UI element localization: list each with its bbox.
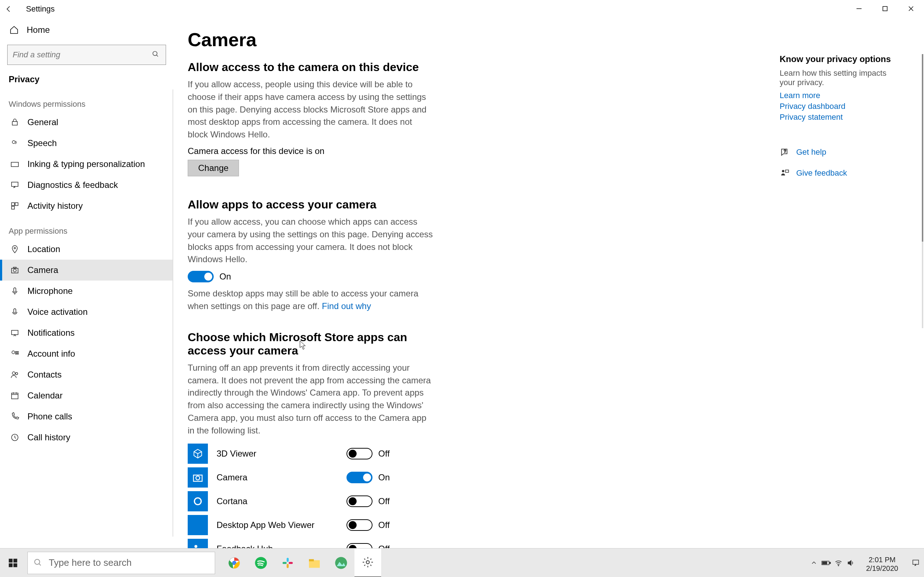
apps-access-toggle[interactable] [188, 271, 214, 282]
svg-rect-54 [309, 559, 314, 561]
speech-icon [10, 138, 20, 148]
svg-rect-24 [16, 351, 18, 352]
app-toggle-desktopweb[interactable] [347, 519, 373, 531]
taskbar-photos[interactable] [328, 548, 354, 577]
nav-microphone[interactable]: Microphone [0, 280, 173, 301]
right-sidebar: Know your privacy options Learn how this… [780, 54, 909, 178]
link-privacy-dashboard[interactable]: Privacy dashboard [780, 102, 909, 111]
tray-battery[interactable] [820, 548, 832, 577]
nav-camera[interactable]: Camera [0, 259, 173, 280]
taskbar-chrome[interactable] [221, 548, 247, 577]
svg-point-44 [35, 559, 40, 564]
account-icon [10, 348, 20, 359]
nav-scroll[interactable]: Windows permissions General Speech Inkin… [0, 89, 173, 537]
phone-icon [10, 411, 20, 422]
search-icon [152, 50, 161, 59]
svg-rect-39 [785, 170, 789, 172]
nav-label: Location [27, 244, 60, 254]
maximize-button[interactable] [872, 0, 898, 17]
taskbar-spotify[interactable] [247, 548, 274, 577]
app-name: Desktop App Web Viewer [216, 520, 347, 530]
svg-text:?: ? [784, 149, 786, 153]
get-help-link[interactable]: Get help [796, 148, 826, 157]
app-toggle-state: Off [378, 496, 390, 506]
give-feedback-row[interactable]: Give feedback [780, 168, 909, 178]
app-row-desktopweb: Desktop App Web Viewer Off [188, 514, 909, 536]
taskbar-explorer[interactable] [301, 548, 328, 577]
nav-inking[interactable]: Inking & typing personalization [0, 154, 173, 174]
svg-point-17 [13, 269, 16, 272]
nav-general[interactable]: General [0, 112, 173, 133]
link-learn-more[interactable]: Learn more [780, 91, 909, 100]
change-button[interactable]: Change [188, 160, 239, 176]
svg-rect-42 [9, 563, 12, 567]
svg-point-4 [153, 52, 157, 56]
tray-chevron[interactable] [808, 548, 820, 577]
nav-callhistory[interactable]: Call history [0, 427, 173, 448]
svg-rect-28 [11, 393, 18, 399]
svg-rect-49 [287, 558, 289, 561]
tray-volume[interactable] [845, 548, 857, 577]
link-privacy-statement[interactable]: Privacy statement [780, 113, 909, 122]
search-input[interactable] [13, 50, 152, 60]
tray-clock[interactable]: 2:01 PM 2/19/2020 [857, 554, 908, 572]
svg-point-23 [12, 351, 15, 354]
nav-label: Account info [27, 349, 75, 359]
tray-notifications[interactable] [908, 548, 924, 577]
find-out-why-link[interactable]: Find out why [322, 301, 371, 311]
svg-rect-19 [14, 288, 16, 292]
tray-wifi[interactable] [832, 548, 845, 577]
nav-notifications[interactable]: Notifications [0, 322, 173, 343]
taskbar-settings[interactable] [354, 548, 381, 577]
section-apps-access-title: Allow apps to access your camera [188, 198, 909, 211]
app-toggle-state: Off [378, 544, 390, 548]
close-button[interactable] [898, 0, 924, 17]
privacy-options-title: Know your privacy options [780, 54, 909, 64]
back-button[interactable] [0, 0, 17, 18]
search-box[interactable] [7, 45, 166, 65]
nav-label: Diagnostics & feedback [27, 180, 118, 190]
get-help-row[interactable]: ? Get help [780, 147, 909, 157]
svg-point-27 [16, 372, 18, 375]
svg-point-26 [12, 372, 15, 375]
apps-access-toggle-state: On [220, 272, 231, 282]
svg-rect-6 [12, 121, 17, 125]
nav-account[interactable]: Account info [0, 343, 173, 364]
keyboard-icon [10, 159, 20, 169]
taskbar-search[interactable]: Type here to search [27, 552, 215, 574]
nav-label: Notifications [27, 328, 75, 338]
app-toggle-3dviewer[interactable] [347, 448, 373, 459]
home-button[interactable]: Home [0, 18, 173, 42]
app-name: 3D Viewer [216, 449, 347, 459]
nav-diagnostics[interactable]: Diagnostics & feedback [0, 174, 173, 195]
minimize-button[interactable] [846, 0, 872, 17]
nav-label: Phone calls [27, 411, 72, 422]
give-feedback-link[interactable]: Give feedback [796, 168, 847, 178]
app-toggle-camera[interactable] [347, 472, 373, 483]
app-toggle-cortana[interactable] [347, 495, 373, 507]
nav-contacts[interactable]: Contacts [0, 364, 173, 385]
taskbar-slack[interactable] [274, 548, 301, 577]
desktop-apps-note: Some desktop apps may still be able to a… [188, 287, 433, 313]
start-button[interactable] [0, 548, 26, 577]
nav-speech[interactable]: Speech [0, 133, 173, 154]
microphone-icon [10, 285, 20, 297]
app-toggle-feedbackhub[interactable] [347, 543, 373, 548]
app-icon-cortana [188, 491, 208, 511]
help-icon: ? [780, 147, 790, 157]
nav-location[interactable]: Location [0, 239, 173, 259]
taskbar-apps [221, 548, 381, 577]
nav-phone[interactable]: Phone calls [0, 406, 173, 427]
main-scrollbar[interactable] [921, 54, 924, 328]
group-windows-permissions: Windows permissions [0, 89, 173, 112]
svg-point-55 [335, 557, 347, 569]
nav-voice[interactable]: Voice activation [0, 301, 173, 322]
svg-point-36 [195, 545, 197, 548]
svg-rect-58 [829, 562, 830, 564]
svg-rect-12 [11, 203, 15, 206]
nav-label: Activity history [27, 201, 82, 211]
nav-activity[interactable]: Activity history [0, 195, 173, 216]
nav-label: Calendar [27, 390, 63, 401]
app-row-feedbackhub: Feedback Hub Off [188, 538, 909, 548]
nav-calendar[interactable]: Calendar [0, 385, 173, 406]
